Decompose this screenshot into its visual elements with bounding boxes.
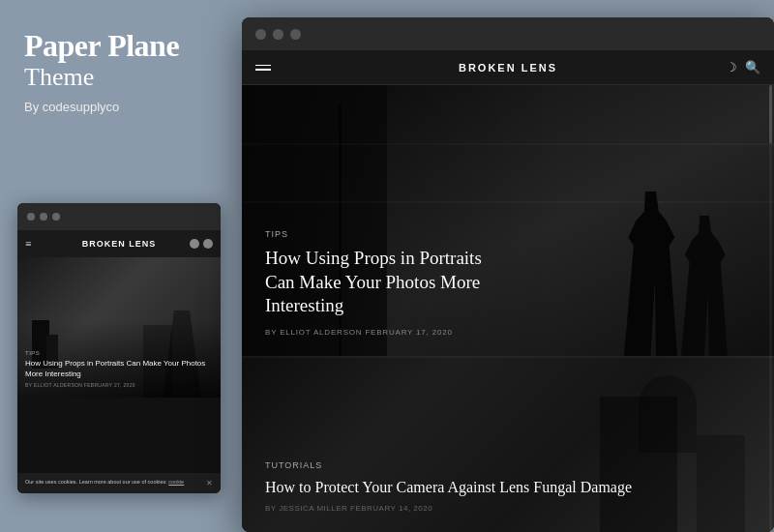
main-browser-bar: [242, 17, 774, 50]
mini-article-tag: TIPS: [25, 350, 213, 356]
main-site-title: BROKEN LENS: [459, 62, 557, 74]
main-dot-1: [255, 29, 266, 40]
main-hero-section: TIPS How Using Props in Portraits Can Ma…: [242, 85, 774, 356]
main-search-icon[interactable]: 🔍: [745, 60, 760, 75]
main-nav-icons: ☽ 🔍: [726, 60, 760, 75]
mini-moon-icon: [190, 239, 199, 249]
mini-nav-bar: ≡ BROKEN LENS: [17, 230, 221, 257]
mini-dot-1: [27, 213, 35, 221]
scrollbar-thumb[interactable]: [769, 85, 772, 143]
main-nav-bar: BROKEN LENS ☽ 🔍: [242, 50, 774, 85]
main-dot-2: [273, 29, 283, 40]
scrollbar[interactable]: [769, 85, 772, 532]
mini-menu-icon: ≡: [25, 238, 31, 250]
main-hamburger-icon[interactable]: [255, 65, 271, 71]
hero-article-tag: TIPS: [265, 229, 512, 239]
mini-browser-preview: ≡ BROKEN LENS TIPS How Using Props in Po…: [17, 203, 221, 493]
main-browser: BROKEN LENS ☽ 🔍 TIPS How Using Props in …: [242, 17, 774, 532]
mini-search-icon: [203, 239, 213, 249]
theme-title-line1: Paper Plane: [24, 29, 213, 63]
second-article-section: TUTORIALS How to Protect Your Camera Aga…: [242, 356, 774, 532]
mini-hero: TIPS How Using Props in Portraits Can Ma…: [17, 257, 221, 398]
mini-cookie-link[interactable]: cookie: [168, 479, 184, 485]
theme-title-line2: Theme: [24, 63, 213, 92]
mini-hero-content: TIPS How Using Props in Portraits Can Ma…: [25, 350, 213, 388]
mini-dot-3: [52, 213, 60, 221]
second-article-tag: TUTORIALS: [265, 460, 755, 470]
mini-dot-2: [40, 213, 47, 221]
theme-author: By codesupplyco: [24, 100, 213, 114]
mini-site-title: BROKEN LENS: [82, 239, 157, 249]
hero-article-title[interactable]: How Using Props in Portraits Can Make Yo…: [265, 247, 512, 318]
mini-article-meta: BY ELLIOT ALDERSON FEBRUARY 27, 2020: [25, 382, 213, 388]
second-article-content: TUTORIALS How to Protect Your Camera Aga…: [265, 460, 755, 513]
second-article-bg: TUTORIALS How to Protect Your Camera Aga…: [242, 356, 774, 532]
second-article-meta: BY JESSICA MILLER FEBRUARY 14, 2020: [265, 504, 755, 513]
mini-article-title: How Using Props in Portraits Can Make Yo…: [25, 359, 213, 379]
mini-nav-icons: [190, 239, 213, 249]
main-moon-icon[interactable]: ☽: [726, 60, 737, 75]
hero-article-meta: BY ELLIOT ALDERSON FEBRUARY 17, 2020: [265, 328, 512, 337]
mini-cookie-text: Our site uses cookies. Learn more about …: [25, 479, 184, 487]
mini-cookie-banner: Our site uses cookies. Learn more about …: [17, 473, 221, 493]
hero-content: TIPS How Using Props in Portraits Can Ma…: [242, 210, 535, 356]
mini-cookie-close-icon[interactable]: ✕: [206, 479, 213, 488]
second-article-title[interactable]: How to Protect Your Camera Against Lens …: [265, 478, 755, 498]
main-dot-3: [290, 29, 301, 40]
mini-browser-bar: [17, 203, 221, 230]
